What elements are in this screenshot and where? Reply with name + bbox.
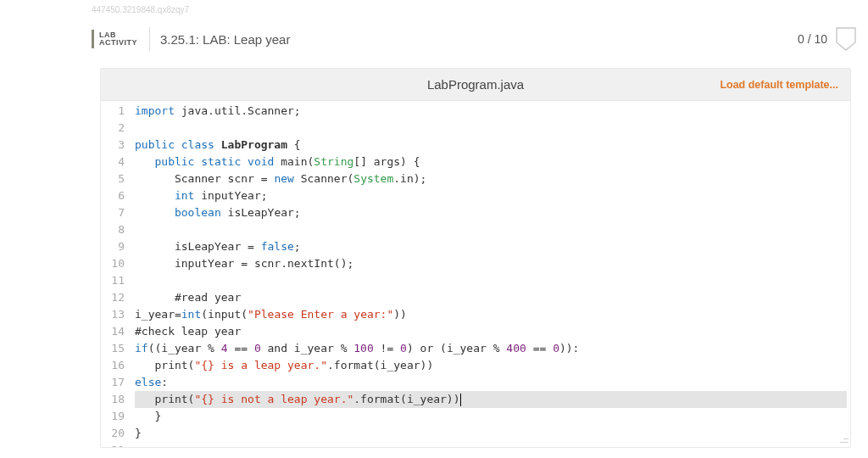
lab-activity-tag: LAB ACTIVITY xyxy=(92,30,146,48)
code-line[interactable] xyxy=(135,442,847,447)
activity-header: LAB ACTIVITY 3.25.1: LAB: Leap year 0 / … xyxy=(92,24,860,54)
code-editor: LabProgram.java Load default template...… xyxy=(100,68,851,448)
code-area[interactable]: 123456789101112131415161718192021 import… xyxy=(101,101,850,447)
line-number: 2 xyxy=(103,120,125,137)
activity-title: 3.25.1: LAB: Leap year xyxy=(160,32,290,47)
code-line[interactable]: int inputYear; xyxy=(135,187,847,204)
code-line[interactable]: } xyxy=(135,425,847,442)
line-number: 4 xyxy=(103,154,125,170)
line-number: 16 xyxy=(103,357,125,374)
line-number: 15 xyxy=(103,340,125,357)
text-cursor xyxy=(460,394,461,406)
page-root: 447450.3219848.qx8zqy7 LAB ACTIVITY 3.25… xyxy=(0,0,868,458)
code-line[interactable]: import java.util.Scanner; xyxy=(135,103,847,120)
code-line[interactable]: else: xyxy=(135,374,847,391)
line-number: 6 xyxy=(103,187,125,204)
line-number: 14 xyxy=(103,323,125,340)
code-line[interactable]: i_year=int(input("Please Enter a year:")… xyxy=(135,306,847,323)
line-number: 7 xyxy=(103,204,125,221)
code-line[interactable] xyxy=(135,272,847,289)
code-line[interactable]: } xyxy=(135,408,847,425)
line-number: 17 xyxy=(103,374,125,391)
code-line[interactable]: print("{} is not a leap year.".format(i_… xyxy=(135,391,847,408)
code-line[interactable]: boolean isLeapYear; xyxy=(135,204,847,221)
resize-handle-icon[interactable] xyxy=(838,435,849,445)
line-number: 8 xyxy=(103,221,125,238)
code-line[interactable]: Scanner scnr = new Scanner(System.in); xyxy=(135,170,847,187)
score-text: 0 / 10 xyxy=(798,32,827,46)
lab-tag-line2: ACTIVITY xyxy=(99,39,137,47)
code-lines[interactable]: import java.util.Scanner;public class La… xyxy=(131,101,850,447)
line-number: 1 xyxy=(103,103,125,120)
load-default-template-link[interactable]: Load default template... xyxy=(720,79,838,91)
code-line[interactable]: if((i_year % 4 == 0 and i_year % 100 != … xyxy=(135,340,847,357)
code-line[interactable]: public class LabProgram { xyxy=(135,137,847,154)
line-number: 19 xyxy=(103,408,125,425)
line-number: 13 xyxy=(103,306,125,323)
line-number: 5 xyxy=(103,170,125,187)
code-line[interactable] xyxy=(135,221,847,238)
line-number: 20 xyxy=(103,425,125,442)
code-line[interactable] xyxy=(135,120,847,137)
shield-icon xyxy=(836,27,856,51)
line-number: 11 xyxy=(103,272,125,289)
line-number: 18 xyxy=(103,391,125,408)
line-number: 10 xyxy=(103,255,125,272)
code-line[interactable]: print("{} is a leap year.".format(i_year… xyxy=(135,357,847,374)
code-line[interactable]: #read year xyxy=(135,289,847,306)
line-number: 3 xyxy=(103,137,125,154)
watermark-id: 447450.3219848.qx8zqy7 xyxy=(92,5,189,14)
line-number: 21 xyxy=(103,442,125,447)
score-display: 0 / 10 xyxy=(798,27,860,51)
code-line[interactable]: isLeapYear = false; xyxy=(135,238,847,255)
code-line[interactable]: public static void main(String[] args) { xyxy=(135,154,847,170)
line-number-gutter: 123456789101112131415161718192021 xyxy=(101,101,131,447)
editor-header: LabProgram.java Load default template... xyxy=(101,69,850,101)
code-line[interactable]: inputYear = scnr.nextInt(); xyxy=(135,255,847,272)
line-number: 9 xyxy=(103,238,125,255)
header-divider xyxy=(149,27,150,51)
filename-label: LabProgram.java xyxy=(427,77,524,92)
line-number: 12 xyxy=(103,289,125,306)
code-line[interactable]: #check leap year xyxy=(135,323,847,340)
